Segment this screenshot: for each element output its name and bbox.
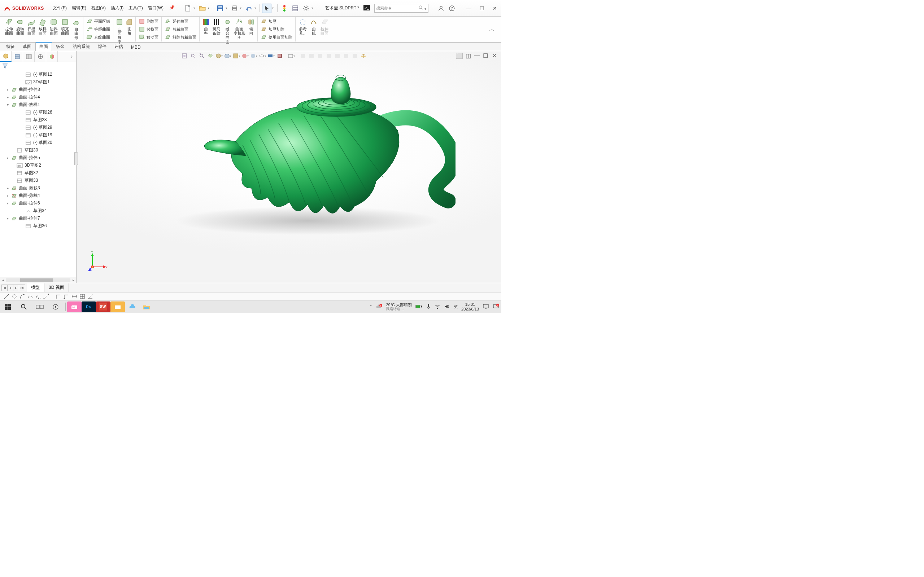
hide-show-icon[interactable]: ▾ (233, 52, 241, 60)
tray-ime[interactable]: 英 (454, 304, 458, 309)
view-settings-icon[interactable]: ▾ (258, 52, 267, 60)
tree-item[interactable]: (-) 草图29 (0, 124, 76, 131)
tree-tab-more[interactable]: › (68, 51, 76, 62)
select-button[interactable] (262, 3, 271, 13)
command-prompt-icon[interactable]: >_ (363, 5, 370, 12)
tree-item[interactable]: ▸曲面-剪裁3 (0, 184, 76, 192)
widgets-icon[interactable] (48, 300, 63, 313)
tab-sketch[interactable]: 草图 (19, 42, 36, 51)
edit-appearance-icon[interactable]: ▾ (241, 52, 249, 60)
ribbon-revolve-surface[interactable]: 旋转 曲面 (15, 17, 26, 35)
window-maximize[interactable]: ☐ (475, 3, 488, 13)
chevron-down-icon[interactable]: ▾ (254, 6, 257, 10)
tray-chevron-up-icon[interactable]: ˄ (370, 305, 372, 309)
section-view-icon[interactable] (207, 52, 215, 60)
tab-surface[interactable]: 曲面 (36, 42, 52, 51)
ribbon-extend-surface[interactable]: 延伸曲面 (163, 17, 198, 25)
help-icon[interactable]: ? ▾ (449, 5, 455, 11)
display-style-icon[interactable]: ▾ (224, 52, 232, 60)
viewport-maximize[interactable]: ☐ (482, 52, 489, 59)
taskbar-app-cloud[interactable] (125, 301, 139, 312)
search-icon[interactable]: ▾ (418, 5, 426, 11)
undo-button[interactable] (244, 3, 254, 13)
ribbon-curvature[interactable]: 曲 率 (201, 17, 210, 35)
tree-tab-feature[interactable] (0, 51, 11, 62)
graphics-viewport[interactable]: Y X (76, 51, 501, 283)
print-button[interactable] (230, 3, 239, 13)
sk-spline-icon[interactable] (27, 293, 34, 300)
ribbon-move-face[interactable]: 移动面 (137, 33, 160, 41)
ribbon-sweep-surface[interactable]: 扫描 曲面 (26, 17, 37, 35)
tree-tab-config[interactable] (23, 51, 35, 62)
ribbon-ruled-surface[interactable]: 直纹曲面 (85, 33, 111, 41)
tray-volume-icon[interactable] (444, 304, 450, 310)
tab-evaluate[interactable]: 评估 (110, 42, 127, 51)
tray-onedrive-icon[interactable]: 1 (376, 304, 382, 310)
tab-mbd[interactable]: MBD (127, 43, 145, 51)
ribbon-fill-surface[interactable]: 填充 曲面 (60, 17, 70, 35)
ribbon-mirror[interactable]: 镜 向 (247, 17, 256, 35)
feature-tree[interactable]: (-) 草图123D3D草图1▸曲面-拉伸3▸曲面-拉伸4▾曲面-放样1(-) … (0, 70, 76, 277)
screen-capture-icon[interactable]: ▾ (287, 52, 295, 60)
orientation-triad[interactable]: Y X (87, 250, 109, 272)
save-button[interactable] (215, 3, 225, 13)
sk-dim-icon[interactable] (71, 293, 78, 300)
sk-angle-icon[interactable] (87, 293, 94, 300)
ribbon-planar-surface[interactable]: 平面区域 (85, 17, 111, 25)
sk-circle-icon[interactable] (11, 293, 18, 300)
start-button[interactable] (0, 300, 16, 313)
options-button[interactable] (291, 3, 300, 13)
tray-clock[interactable]: 15:01 2023/8/13 (461, 302, 479, 311)
tab-features[interactable]: 特征 (2, 42, 19, 51)
doc-tab-model[interactable]: 模型 (27, 284, 44, 292)
menu-view[interactable]: 视图(V) (89, 3, 108, 13)
menu-pin-icon[interactable]: 📌 (167, 3, 177, 13)
viewport-minimize[interactable]: — (473, 52, 480, 59)
sk-line-icon[interactable] (3, 293, 10, 300)
ribbon-replace-face[interactable]: 替换面 (137, 25, 160, 33)
menu-insert[interactable]: 插入(I) (109, 3, 126, 13)
tree-item[interactable]: 草图32 (0, 169, 76, 177)
tree-item[interactable]: 草图36 (0, 222, 76, 230)
tab-structure[interactable]: 结构系统 (69, 42, 94, 51)
doc-tab-nav[interactable]: ⏮◂▸⏭ (2, 285, 25, 291)
taskbar-search-icon[interactable] (16, 300, 32, 313)
tree-item[interactable]: ▾曲面-放样1 (0, 101, 76, 108)
window-minimize[interactable]: — (462, 3, 475, 13)
ribbon-freeform[interactable]: 自 由 形 (71, 17, 82, 40)
tree-item[interactable]: ▾曲面-拉伸6 (0, 200, 76, 207)
settings-button[interactable] (301, 3, 311, 13)
tree-item[interactable]: 草图33 (0, 177, 76, 184)
sk-grid-icon[interactable] (79, 293, 86, 300)
zoom-area-icon[interactable] (189, 52, 197, 60)
tree-filter[interactable] (0, 62, 76, 70)
tab-weldments[interactable]: 焊件 (94, 42, 110, 51)
apply-scene-icon[interactable]: ▾ (250, 52, 258, 60)
chevron-down-icon[interactable]: ▾ (312, 6, 314, 10)
menu-window[interactable]: 窗口(W) (146, 3, 166, 13)
ribbon-extrude-surface[interactable]: 拉伸 曲面 (3, 17, 15, 35)
tree-item[interactable]: ▸曲面-剪裁4 (0, 192, 76, 200)
tree-tab-display[interactable] (46, 51, 58, 62)
ribbon-curvature-combs[interactable]: 曲面 率梳形 图 (233, 17, 246, 40)
chevron-down-icon[interactable]: ▾ (194, 6, 196, 10)
tray-battery-icon[interactable] (415, 305, 423, 309)
ribbon-fillet[interactable]: 圆 角 (124, 17, 134, 35)
taskbar-app-folder[interactable] (110, 301, 125, 312)
viewport-close[interactable]: ✕ (491, 52, 498, 59)
sk-arc-icon[interactable] (19, 293, 26, 300)
tray-comment-icon[interactable]: 1 (493, 304, 499, 310)
rebuild-button[interactable] (280, 3, 289, 13)
menu-edit[interactable]: 编辑(E) (69, 3, 89, 13)
tray-wifi-icon[interactable] (434, 304, 441, 310)
tree-item[interactable]: 3D3D草图1 (0, 78, 76, 86)
tab-sheetmetal[interactable]: 钣金 (52, 42, 69, 51)
taskbar-app-solidworks[interactable]: SW (96, 301, 110, 312)
ribbon-reference-geometry[interactable]: 参考 几... (297, 17, 309, 35)
tree-hscrollbar[interactable]: ◂▸ (0, 277, 76, 283)
sk-corner2-icon[interactable] (63, 293, 70, 300)
ribbon-untrim-surface[interactable]: 解除剪裁曲面 (163, 33, 198, 41)
taskbar-app-photoshop[interactable]: Ps (82, 301, 96, 312)
new-button[interactable] (183, 3, 193, 13)
ribbon-knit-surface[interactable]: 缝 合 曲 面 (223, 17, 232, 44)
